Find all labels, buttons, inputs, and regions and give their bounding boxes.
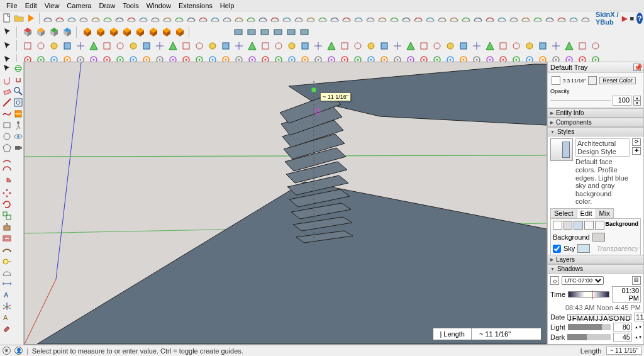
arc2-tool-icon[interactable] xyxy=(1,165,12,175)
play-icon[interactable] xyxy=(25,12,36,25)
arch-tool-38-icon[interactable] xyxy=(496,12,508,25)
zoom-tool-icon[interactable] xyxy=(13,86,23,96)
draw-tool-4-icon[interactable] xyxy=(74,40,87,52)
arch-tool-18-icon[interactable] xyxy=(257,12,269,25)
face-settings-icon[interactable] xyxy=(564,221,573,230)
credits-icon[interactable]: 👤 xyxy=(14,347,23,355)
draw-tool-40-icon[interactable] xyxy=(550,40,562,52)
arch-tool-14-icon[interactable] xyxy=(209,12,221,25)
protractor-tool-icon[interactable] xyxy=(1,267,12,277)
arch-tool-27-icon[interactable] xyxy=(365,12,376,25)
draw-tool-9-icon[interactable] xyxy=(140,40,153,52)
solid-tool-1-icon[interactable] xyxy=(94,26,107,38)
draw-tool-17-icon[interactable] xyxy=(246,40,258,52)
menu-window[interactable]: Window xyxy=(143,1,175,11)
section-tool-icon[interactable] xyxy=(13,108,23,119)
tab-mix[interactable]: Mix xyxy=(596,208,614,218)
solid-tool-2-icon[interactable] xyxy=(108,26,120,38)
vcb-value[interactable]: ~ 11 1/16" xyxy=(472,328,541,340)
style-new-icon[interactable]: ✚ xyxy=(632,147,641,155)
draw-tool-22-icon[interactable] xyxy=(312,40,325,52)
line-tool-icon[interactable] xyxy=(1,97,12,108)
cursor-icon[interactable] xyxy=(1,40,14,52)
shadow-detail-icon[interactable]: ▤ xyxy=(632,276,641,285)
watermark-settings-icon[interactable] xyxy=(584,221,594,230)
draw-tool-37-icon[interactable] xyxy=(510,40,523,52)
light-slider[interactable] xyxy=(568,324,611,330)
arch-tool-20-icon[interactable] xyxy=(281,12,292,25)
arch-tool-41-icon[interactable] xyxy=(532,12,543,25)
axes-tool-icon[interactable] xyxy=(1,301,12,311)
draw-tool-5-icon[interactable] xyxy=(87,40,100,52)
panel-layers[interactable]: Layers xyxy=(547,255,644,264)
sky-checkbox[interactable] xyxy=(553,245,561,253)
viewport-3d[interactable]: ~ 11 1/16" | Length ~ 11 1/16" xyxy=(24,62,547,345)
arch-tool-1-icon[interactable] xyxy=(54,12,65,25)
arch-tool-39-icon[interactable] xyxy=(508,12,519,25)
pie-tool-icon[interactable] xyxy=(1,176,12,187)
time-slider[interactable] xyxy=(568,291,609,298)
timezone-select[interactable]: UTC-07:00 xyxy=(562,276,604,285)
arch-tool-3-icon[interactable] xyxy=(78,12,89,25)
tray-header[interactable]: Default Tray 📌 xyxy=(547,62,644,73)
draw-tool-35-icon[interactable] xyxy=(484,40,496,52)
sky-color-swatch[interactable] xyxy=(577,244,590,253)
arch-tool-24-icon[interactable] xyxy=(329,12,340,25)
tab-select[interactable]: Select xyxy=(550,208,577,218)
offset-tool-icon[interactable] xyxy=(1,233,12,243)
draw-tool-36-icon[interactable] xyxy=(497,40,509,52)
arch-tool-30-icon[interactable] xyxy=(401,12,412,25)
shadow-toggle-icon[interactable]: ☼ xyxy=(550,276,559,285)
arch-tool-12-icon[interactable] xyxy=(186,12,197,25)
arch-tool-44-icon[interactable] xyxy=(568,12,579,25)
draw-tool-6-icon[interactable] xyxy=(101,40,113,52)
bg-settings-icon[interactable] xyxy=(574,221,583,230)
panel-styles[interactable]: Styles xyxy=(547,127,644,136)
arch-tool-35-icon[interactable] xyxy=(460,12,472,25)
menu-extensions[interactable]: Extensions xyxy=(175,1,216,11)
arch-tool-28-icon[interactable] xyxy=(377,12,388,25)
menu-camera[interactable]: Camera xyxy=(63,1,95,11)
arch-tool-6-icon[interactable] xyxy=(114,12,125,25)
arch-tool-0-icon[interactable] xyxy=(42,12,53,25)
draw-tool-16-icon[interactable] xyxy=(233,40,245,52)
opacity-value[interactable]: 100 xyxy=(613,96,631,106)
style-update-icon[interactable]: ⟳ xyxy=(632,138,641,146)
arch-tool-2-icon[interactable] xyxy=(66,12,77,25)
position-camera-tool-icon[interactable] xyxy=(13,142,23,153)
panel-entity-info[interactable]: Entity Info xyxy=(547,108,644,118)
polygon-tool-icon[interactable] xyxy=(1,142,12,153)
arch-tool-7-icon[interactable] xyxy=(126,12,137,25)
arch-tool-26-icon[interactable] xyxy=(353,12,364,25)
draw-tool-38-icon[interactable] xyxy=(523,40,536,52)
arch-tool-42-icon[interactable] xyxy=(544,12,555,25)
draw-tool-42-icon[interactable] xyxy=(576,40,589,52)
tab-edit[interactable]: Edit xyxy=(577,208,596,218)
followme-tool-icon[interactable] xyxy=(1,244,12,255)
arch-tool-15-icon[interactable] xyxy=(221,12,233,25)
light-value[interactable]: 80 xyxy=(613,323,632,331)
rotate-tool-icon[interactable] xyxy=(1,199,12,209)
dark-slider[interactable] xyxy=(567,334,611,340)
arch-tool-45-icon[interactable] xyxy=(580,12,591,25)
draw-tool-20-icon[interactable] xyxy=(286,40,298,52)
solid-tool-3-icon[interactable] xyxy=(121,26,133,38)
solid-tool-0-icon[interactable] xyxy=(81,26,94,38)
arch-tool-33-icon[interactable] xyxy=(436,12,448,25)
open-icon[interactable] xyxy=(13,12,25,25)
arch-tool-16-icon[interactable] xyxy=(233,12,245,25)
draw-tool-10-icon[interactable] xyxy=(153,40,166,52)
ext-tool-5-icon[interactable] xyxy=(298,26,311,38)
style-name[interactable]: Architectural Design Style xyxy=(575,138,630,157)
time-value[interactable]: 01:30 PM xyxy=(612,286,641,303)
menu-tools[interactable]: Tools xyxy=(119,1,143,11)
draw-tool-30-icon[interactable] xyxy=(418,40,430,52)
arch-tool-19-icon[interactable] xyxy=(269,12,280,25)
menu-edit[interactable]: Edit xyxy=(21,1,41,11)
zoom-extents-tool-icon[interactable] xyxy=(13,97,23,108)
opacity-up-icon[interactable]: ▲ xyxy=(633,96,641,101)
solid-tool-6-icon[interactable] xyxy=(160,26,173,38)
menu-file[interactable]: File xyxy=(3,1,21,11)
draw-tool-31-icon[interactable] xyxy=(431,40,443,52)
dimension-tool-icon[interactable] xyxy=(1,278,12,289)
